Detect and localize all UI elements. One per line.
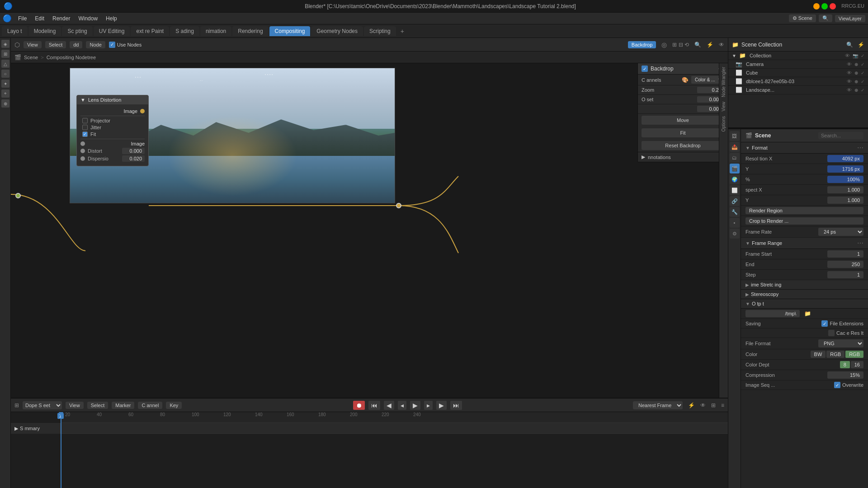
timeline-view-icon[interactable]: 👁 [700, 402, 706, 408]
play-record-btn[interactable]: ⏺ [353, 401, 365, 410]
sidebar-icon-6[interactable]: ⌖ [1, 89, 9, 98]
lens-node-header[interactable]: ▼ Lens Distortion [77, 95, 148, 104]
aspect-x-value[interactable]: 1.000 [827, 186, 863, 193]
outliner-search-icon[interactable]: 🔍 [846, 42, 853, 48]
dispersion-socket[interactable] [80, 156, 85, 161]
output-path-value[interactable]: /tmp\ [745, 310, 800, 317]
summary-expand[interactable]: ▶ [14, 426, 18, 432]
tab-rendering[interactable]: Rendering [232, 26, 268, 36]
props-search[interactable] [818, 132, 863, 139]
sidebar-icon-2[interactable]: ⊞ [1, 50, 9, 58]
timeline-extra-icon[interactable]: ≡ [721, 402, 724, 408]
dblcee-visibility[interactable]: 👁 [847, 79, 852, 84]
backdrop-checkbox[interactable]: ✓ [642, 66, 648, 72]
image-in-socket[interactable] [80, 141, 85, 146]
camera-visibility[interactable]: 👁 [847, 61, 852, 67]
lens-distortion-node[interactable]: ▼ Lens Distortion Image [76, 95, 149, 166]
maximize-button[interactable] [821, 3, 828, 9]
node-area[interactable]: 人人素材 RRCG 人人素材 • • • • • • • • • [11, 63, 728, 398]
tl-marker-btn[interactable]: Marker [112, 402, 134, 409]
reset-backdrop-button[interactable]: Reset Backdrop [642, 141, 724, 150]
crop-btn[interactable]: Crop to Render ... [745, 217, 863, 225]
prev-keyframe-btn[interactable]: ◂ [398, 401, 406, 410]
blender-menu-icon[interactable]: 🔵 [3, 14, 12, 23]
move-button[interactable]: Move [642, 116, 724, 125]
file-ext-checkbox[interactable]: ✓ [821, 320, 828, 327]
node-button[interactable]: Node [86, 41, 105, 48]
sidebar-icon-3[interactable]: △ [1, 60, 9, 68]
breadcrumb-scene[interactable]: Scene [24, 55, 38, 60]
tl-channel-btn[interactable]: C annel [138, 402, 162, 409]
sidebar-icon-4[interactable]: ○ [1, 70, 9, 78]
render-region-btn[interactable]: Render Region [745, 207, 863, 214]
dd-button[interactable]: dd [70, 41, 82, 48]
tab-texture-paint[interactable]: ext re Paint [131, 26, 169, 36]
projector-checkbox[interactable] [82, 118, 88, 123]
modifier-icon[interactable]: 🔧 [730, 207, 740, 217]
cache-checkbox[interactable] [828, 330, 835, 336]
overwrite-checkbox[interactable]: ✓ [834, 382, 840, 388]
skip-first-btn[interactable]: ⏮ [368, 401, 380, 410]
output-folder-icon[interactable]: 📁 [804, 310, 811, 317]
left-socket[interactable] [15, 193, 21, 198]
zoom-icon[interactable]: 🔍 [694, 42, 701, 48]
step-value[interactable]: 1 [827, 271, 863, 278]
aspect-y-value[interactable]: 1.000 [827, 197, 863, 204]
res-pct-value[interactable]: 100% [827, 176, 863, 183]
node-collapse-icon[interactable]: ▼ [80, 97, 85, 103]
landscape-visibility[interactable]: 👁 [847, 87, 852, 93]
view-icon[interactable]: 👁 [719, 42, 724, 48]
sidebar-icon-7[interactable]: ⊕ [1, 99, 9, 108]
annotations-expand[interactable]: ▶ [642, 154, 645, 160]
fit-button[interactable]: Fit [642, 128, 724, 137]
menu-edit[interactable]: Edit [31, 14, 48, 23]
select-button[interactable]: Select [45, 41, 66, 48]
minimize-button[interactable] [813, 3, 820, 9]
tab-scripting-2[interactable]: Scripting [364, 26, 396, 36]
timeline-filter-icon[interactable]: ⚡ [688, 402, 695, 408]
node-wrangler-tab[interactable]: Node Wrangler [720, 65, 727, 99]
prev-frame-btn[interactable]: ◀ [384, 401, 394, 410]
tab-animation[interactable]: nimation [200, 26, 231, 36]
menu-file[interactable]: File [14, 14, 30, 23]
tab-compositing[interactable]: Compositing [269, 26, 311, 36]
output-props-icon[interactable]: 📤 [730, 142, 740, 152]
frame-range-section-header[interactable]: ▼ Frame Range ⋯ [741, 238, 868, 249]
file-format-dropdown[interactable]: PNG JPEG EXR [818, 339, 863, 347]
frame-start-value[interactable]: 1 [827, 250, 863, 258]
frame-rate-dropdown[interactable]: 24 ps 30 fps 60 fps [818, 228, 863, 236]
compression-value[interactable]: 15% [827, 371, 863, 379]
distort-value[interactable]: 0.000 [122, 148, 145, 154]
options-tab[interactable]: Options [720, 114, 727, 133]
timeline-content[interactable]: ▶ S mmary 20 40 60 80 100 120 140 [11, 412, 728, 488]
timeline-mode-dropdown[interactable]: Dope S eet Timeline Graph Editor [23, 401, 62, 409]
object-icon[interactable]: ⬜ [730, 185, 740, 195]
timeline-cursor[interactable] [61, 412, 61, 488]
skip-last-btn[interactable]: ⏭ [450, 401, 462, 410]
render-props-icon[interactable]: 🖼 [730, 131, 740, 141]
end-value[interactable]: 250 [827, 261, 863, 268]
tab-modeling[interactable]: Modeling [28, 26, 61, 36]
menu-window[interactable]: Window [75, 14, 101, 23]
backdrop-button[interactable]: Backdrop [628, 41, 656, 48]
res-x-value[interactable]: 4092 px [827, 155, 863, 162]
nearest-frame-dropdown[interactable]: Nearest Frame Subframe [633, 401, 683, 409]
tl-select-btn[interactable]: Select [87, 402, 108, 409]
view-tab[interactable]: View [720, 100, 727, 113]
tab-scripting[interactable]: Sc pting [62, 26, 92, 36]
fit-checkbox[interactable]: ✓ [82, 131, 88, 137]
view-button[interactable]: View [24, 41, 42, 48]
image-out-socket[interactable] [140, 109, 145, 113]
tab-shading[interactable]: S ading [170, 26, 199, 36]
view-layer-icon[interactable]: 🗂 [730, 153, 740, 163]
scene-search[interactable]: 🔍 [819, 14, 832, 22]
menu-help[interactable]: Help [102, 14, 121, 23]
res-y-value[interactable]: 1716 px [827, 165, 863, 173]
filter-icon[interactable]: ⚡ [707, 42, 713, 48]
format-section-header[interactable]: ▼ Format ⋯ [741, 142, 868, 154]
depth-16-btn[interactable]: 16 [851, 361, 863, 368]
tl-view-btn[interactable]: View [66, 402, 84, 409]
use-nodes-checkbox[interactable]: ✓ [109, 42, 115, 48]
rgb-btn[interactable]: RGB [826, 351, 844, 358]
timeline-settings-icon[interactable]: ⊞ [711, 402, 716, 408]
